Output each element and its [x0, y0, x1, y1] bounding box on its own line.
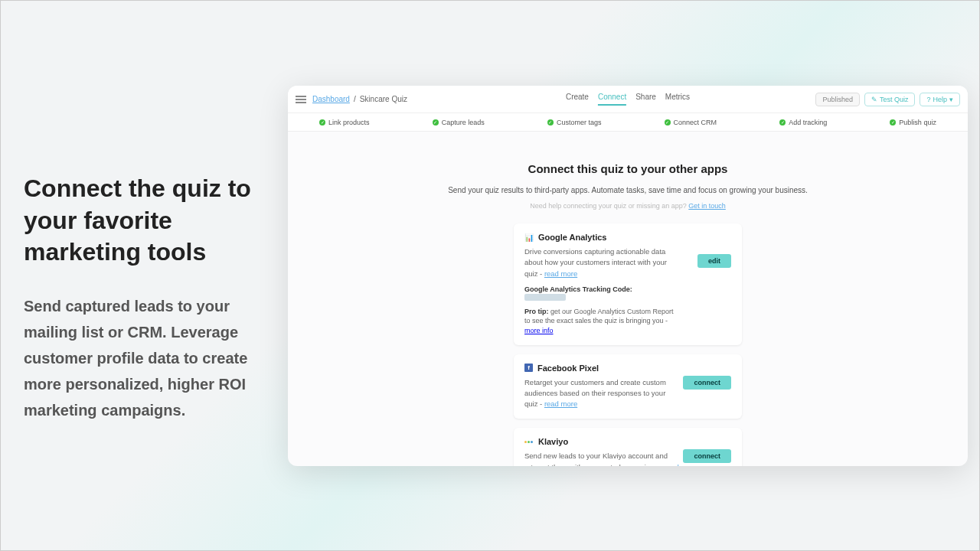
klaviyo-icon [524, 437, 534, 446]
integration-list: 📊 Google Analytics Drive conversions cap… [303, 223, 952, 466]
read-more-link[interactable]: read more [544, 399, 577, 408]
breadcrumb-current: Skincare Quiz [360, 95, 407, 103]
marketing-copy: Connect the quiz to your favorite market… [24, 173, 269, 423]
integration-title: Google Analytics [538, 233, 606, 242]
nav-create[interactable]: Create [566, 93, 589, 106]
read-more-link[interactable]: read more [544, 269, 577, 278]
step-connect-crm[interactable]: ✓Connect CRM [665, 119, 717, 126]
panel-heading: Connect this quiz to your other apps [303, 162, 952, 175]
menu-icon[interactable] [296, 96, 306, 103]
check-icon: ✓ [890, 119, 896, 126]
step-link-products[interactable]: ✓Link products [319, 119, 370, 126]
connect-panel: Connect this quiz to your other apps Sen… [288, 132, 968, 466]
edit-icon: ✎ [871, 96, 877, 103]
connect-button[interactable]: connect [683, 449, 731, 463]
check-icon: ✓ [547, 119, 554, 126]
panel-help: Need help connecting your quiz or missin… [303, 202, 952, 210]
nav-metrics[interactable]: Metrics [665, 93, 690, 106]
nav-share[interactable]: Share [635, 93, 656, 106]
more-info-link[interactable]: more info [524, 327, 554, 334]
edit-button[interactable]: edit [697, 254, 731, 268]
help-button[interactable]: ? Help ▾ [920, 93, 960, 106]
integration-klaviyo: Klaviyo Send new leads to your Klaviyo a… [514, 428, 742, 466]
connect-button[interactable]: connect [683, 376, 731, 390]
breadcrumb: Dashboard / Skincare Quiz [312, 95, 407, 103]
marketing-headline: Connect the quiz to your favorite market… [24, 173, 269, 269]
nav-connect[interactable]: Connect [598, 93, 626, 106]
integration-facebook-pixel: f Facebook Pixel Retarget your customers… [514, 354, 742, 419]
test-quiz-button[interactable]: ✎ Test Quiz [864, 93, 916, 106]
breadcrumb-sep: / [354, 95, 356, 103]
check-icon: ✓ [779, 119, 786, 126]
topbar-actions: Published ✎ Test Quiz ? Help ▾ [815, 93, 960, 106]
app-window: Dashboard / Skincare Quiz Create Connect… [288, 86, 968, 466]
google-analytics-icon: 📊 [524, 233, 534, 242]
main-nav: Create Connect Share Metrics [566, 93, 690, 106]
question-icon: ? [926, 96, 930, 103]
integration-google-analytics: 📊 Google Analytics Drive conversions cap… [514, 223, 742, 345]
marketing-body: Send captured leads to your mailing list… [24, 293, 269, 423]
ga-tracking-code-value [524, 294, 566, 301]
step-publish-quiz[interactable]: ✓Publish quiz [890, 119, 936, 126]
breadcrumb-dashboard[interactable]: Dashboard [312, 95, 350, 103]
ga-tracking-code-label: Google Analytics Tracking Code: [524, 285, 731, 301]
integration-title: Facebook Pixel [537, 364, 599, 373]
get-in-touch-link[interactable]: Get in touch [688, 202, 726, 210]
setup-steps: ✓Link products ✓Capture leads ✓Customer … [288, 113, 968, 132]
chevron-down-icon: ▾ [949, 96, 953, 103]
check-icon: ✓ [319, 119, 325, 126]
facebook-icon: f [524, 364, 533, 372]
check-icon: ✓ [665, 119, 671, 126]
step-capture-leads[interactable]: ✓Capture leads [433, 119, 485, 126]
check-icon: ✓ [433, 119, 439, 126]
step-add-tracking[interactable]: ✓Add tracking [779, 119, 827, 126]
published-badge[interactable]: Published [815, 93, 860, 106]
topbar: Dashboard / Skincare Quiz Create Connect… [288, 86, 968, 113]
step-customer-tags[interactable]: ✓Customer tags [547, 119, 602, 126]
integration-title: Klaviyo [538, 437, 568, 446]
panel-sub: Send your quiz results to third-party ap… [303, 186, 952, 194]
